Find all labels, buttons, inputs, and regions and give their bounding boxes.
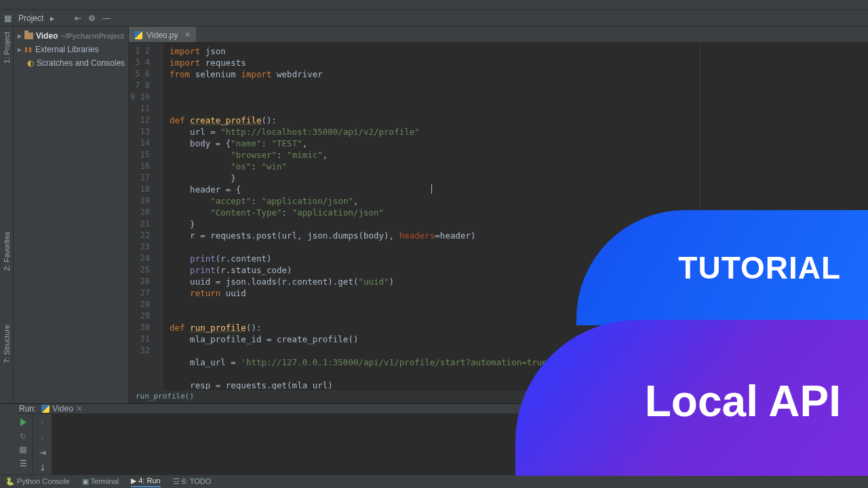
terminal-icon: ▣ xyxy=(82,477,89,485)
project-tree[interactable]: ▸ Video ~/PycharmProject ▸ ⫾⫾ External L… xyxy=(14,26,128,73)
project-view-icon[interactable]: ▦ xyxy=(4,14,12,23)
down-icon[interactable]: ↓ xyxy=(41,433,45,443)
title-bar xyxy=(0,0,868,10)
layout-icon[interactable]: ☰ xyxy=(20,459,27,468)
run-config-tab[interactable]: Video ✕ xyxy=(41,404,82,413)
close-icon[interactable]: ✕ xyxy=(76,404,83,413)
tree-external-libs[interactable]: ▸ ⫾⫾ External Libraries xyxy=(15,43,127,56)
todo-icon: ☲ xyxy=(173,477,180,485)
tree-scratches-label: Scratches and Consoles xyxy=(37,58,125,68)
soft-wrap-icon[interactable]: ⇥ xyxy=(39,448,46,458)
toolbar: ▦ Project ▸ ⇤ ⚙ — xyxy=(0,10,868,26)
run-config-name: Video xyxy=(52,404,73,413)
editor-tab[interactable]: Video.py ✕ xyxy=(129,27,196,42)
folder-icon xyxy=(24,33,33,39)
scratches-icon: ◐ xyxy=(27,58,34,68)
todo-tab[interactable]: ☲ 6: TODO xyxy=(173,477,212,486)
stop-icon[interactable] xyxy=(20,447,26,453)
terminal-tab[interactable]: ▣ Terminal xyxy=(82,477,119,486)
close-tab-icon[interactable]: ✕ xyxy=(184,30,191,39)
favorites-tool-tab[interactable]: 2: Favorites xyxy=(3,232,11,270)
python-file-icon xyxy=(41,405,50,413)
overlay-local-api: Local API xyxy=(515,320,868,476)
python-icon: 🐍 xyxy=(5,477,15,485)
fold-gutter[interactable] xyxy=(155,43,164,390)
overlay-tutorial-text: TUTORIAL xyxy=(678,249,841,286)
collapse-icon[interactable]: ⇤ xyxy=(75,14,81,23)
scroll-icon[interactable]: ⤓ xyxy=(39,463,46,472)
gear-icon[interactable]: ⚙ xyxy=(88,14,96,23)
editor-tab-label: Video.py xyxy=(146,30,178,40)
overlay-local-api-text: Local API xyxy=(645,376,841,426)
run-label: Run: xyxy=(19,404,36,413)
run-icon[interactable] xyxy=(20,418,26,426)
run-tab[interactable]: ▶ 4: Run xyxy=(131,476,160,487)
editor-tabbar: Video.py ✕ xyxy=(129,26,868,43)
text-caret xyxy=(431,184,432,194)
structure-tool-tab[interactable]: 7: Structure xyxy=(3,325,11,363)
dropdown-chevron-icon[interactable]: ▸ xyxy=(50,14,54,23)
tree-external-label: External Libraries xyxy=(35,45,98,54)
rerun-icon[interactable]: ↻ xyxy=(20,432,26,441)
run-left-gutter xyxy=(0,404,14,474)
project-panel: ▸ Video ~/PycharmProject ▸ ⫾⫾ External L… xyxy=(14,26,129,403)
project-dropdown[interactable]: Project xyxy=(18,14,43,23)
tree-root-path: ~/PycharmProject xyxy=(60,32,123,40)
python-file-icon xyxy=(134,31,142,39)
line-gutter[interactable]: 1 2 3 4 5 6 7 8 9 10 11 12 13 14 15 16 1… xyxy=(129,43,155,390)
project-tool-tab[interactable]: 1: Project xyxy=(3,32,11,63)
bottom-toolbar: 🐍 Python Console ▣ Terminal ▶ 4: Run ☲ 6… xyxy=(0,474,868,488)
python-console-tab[interactable]: 🐍 Python Console xyxy=(5,477,70,486)
tree-scratches[interactable]: ◐ Scratches and Consoles xyxy=(15,56,127,70)
up-icon[interactable]: ↑ xyxy=(41,418,45,428)
left-tool-strip-lower: 2: Favorites 7: Structure xyxy=(0,232,14,363)
tree-root[interactable]: ▸ Video ~/PycharmProject xyxy=(15,29,127,43)
tree-root-label: Video xyxy=(36,31,58,41)
hide-icon[interactable]: — xyxy=(102,14,111,23)
library-icon: ⫾⫾ xyxy=(24,45,33,54)
